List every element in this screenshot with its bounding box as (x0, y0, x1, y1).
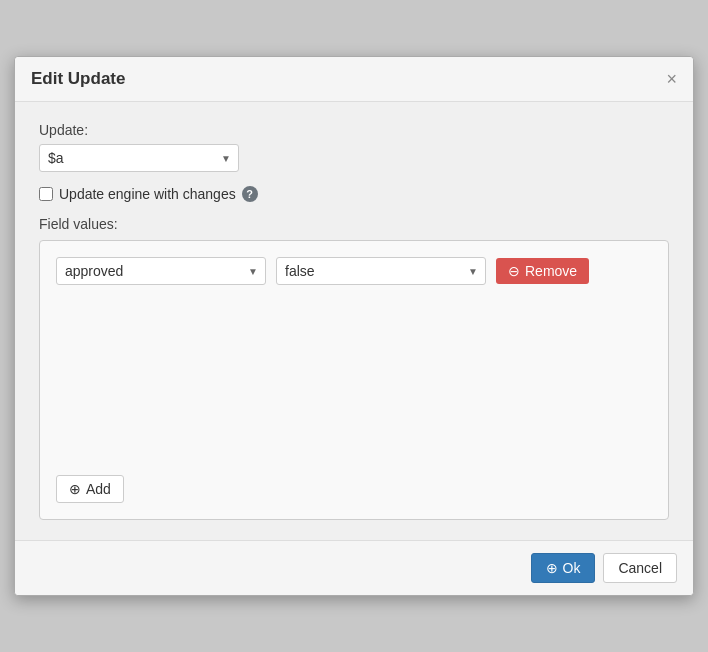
add-label: Add (86, 481, 111, 497)
add-button[interactable]: ⊕ Add (56, 475, 124, 503)
update-engine-checkbox[interactable] (39, 187, 53, 201)
update-label: Update: (39, 122, 669, 138)
modal-title: Edit Update (31, 69, 125, 89)
checkbox-label: Update engine with changes (59, 186, 236, 202)
close-button[interactable]: × (666, 70, 677, 88)
modal-footer: ⊕ Ok Cancel (15, 540, 693, 595)
field-values-label: Field values: (39, 216, 669, 232)
modal-body: Update: $a $b $c Update engine with chan… (15, 102, 693, 540)
modal-overlay: Edit Update × Update: $a $b $c Update en… (0, 0, 708, 652)
value-select[interactable]: false true (276, 257, 486, 285)
ok-button[interactable]: ⊕ Ok (531, 553, 596, 583)
field-select-wrapper: approved rejected pending (56, 257, 266, 285)
field-row: approved rejected pending false true (56, 257, 652, 285)
update-select[interactable]: $a $b $c (39, 144, 239, 172)
add-icon: ⊕ (69, 481, 81, 497)
remove-icon: ⊖ (508, 263, 520, 279)
cancel-button[interactable]: Cancel (603, 553, 677, 583)
ok-icon: ⊕ (546, 560, 558, 576)
update-group: Update: $a $b $c (39, 122, 669, 172)
remove-label: Remove (525, 263, 577, 279)
modal-header: Edit Update × (15, 57, 693, 102)
help-icon[interactable]: ? (242, 186, 258, 202)
edit-update-modal: Edit Update × Update: $a $b $c Update en… (14, 56, 694, 596)
ok-label: Ok (563, 560, 581, 576)
field-select[interactable]: approved rejected pending (56, 257, 266, 285)
field-values-footer: ⊕ Add (56, 475, 652, 503)
remove-button[interactable]: ⊖ Remove (496, 258, 589, 284)
value-select-wrapper: false true (276, 257, 486, 285)
update-select-wrapper: $a $b $c (39, 144, 239, 172)
checkbox-row: Update engine with changes ? (39, 186, 669, 202)
field-values-box: approved rejected pending false true (39, 240, 669, 520)
field-values-content: approved rejected pending false true (56, 257, 652, 459)
